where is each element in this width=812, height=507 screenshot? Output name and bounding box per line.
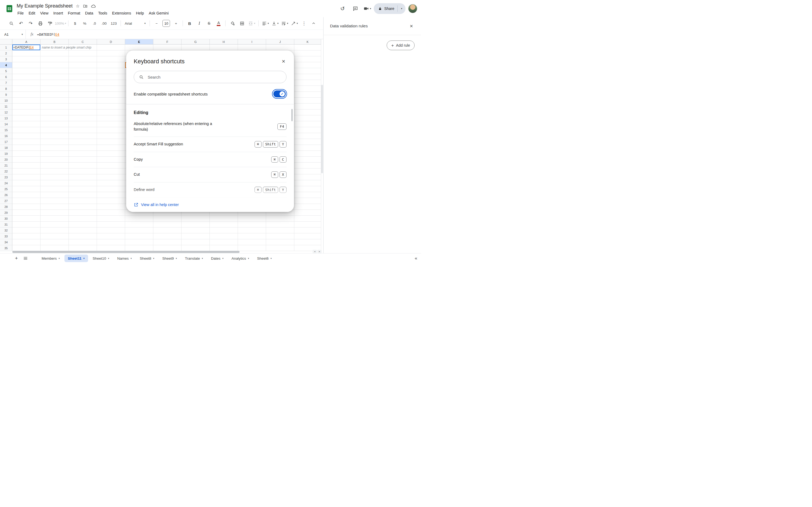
font-family-select[interactable]: Arial▾ — [122, 19, 148, 27]
row-header-4[interactable]: 4 — [0, 62, 12, 68]
cell-C13[interactable] — [69, 115, 97, 121]
row-header-8[interactable]: 8 — [0, 86, 12, 92]
move-folder-icon[interactable] — [83, 4, 88, 8]
cell-F33[interactable] — [153, 233, 182, 239]
cell-D26[interactable] — [97, 192, 125, 198]
col-header-F[interactable]: F — [153, 39, 182, 45]
cell-D33[interactable] — [97, 233, 125, 239]
cell-H34[interactable] — [210, 239, 238, 245]
cell-K19[interactable] — [294, 151, 321, 157]
cell-B5[interactable] — [41, 68, 69, 74]
cell-B13[interactable] — [41, 115, 69, 121]
cell-D34[interactable] — [97, 239, 125, 245]
collapse-panel-icon[interactable]: « — [415, 256, 417, 261]
row-header-28[interactable]: 28 — [0, 204, 12, 210]
col-header-A[interactable]: A — [12, 39, 41, 45]
cell-A8[interactable] — [12, 86, 41, 92]
cell-C34[interactable] — [69, 239, 97, 245]
menu-insert[interactable]: Insert — [51, 10, 65, 16]
cell-F1[interactable] — [153, 45, 182, 50]
cell-D22[interactable] — [97, 168, 125, 174]
cell-C18[interactable] — [69, 145, 97, 151]
cell-B17[interactable] — [41, 139, 69, 145]
cell-B16[interactable] — [41, 133, 69, 139]
cell-H1[interactable] — [210, 45, 238, 50]
cell-A13[interactable] — [12, 115, 41, 121]
cell-B34[interactable] — [41, 239, 69, 245]
cell-B35[interactable] — [41, 245, 69, 251]
cell-C6[interactable] — [69, 74, 97, 80]
row-header-26[interactable]: 26 — [0, 192, 12, 198]
cell-D17[interactable] — [97, 139, 125, 145]
cell-C31[interactable] — [69, 222, 97, 227]
cell-D27[interactable] — [97, 198, 125, 204]
sheet-tab-sheet8[interactable]: Sheet8▾ — [137, 255, 158, 262]
cell-D10[interactable] — [97, 98, 125, 104]
cell-C23[interactable] — [69, 174, 97, 180]
cell-A5[interactable] — [12, 68, 41, 74]
cell-I1[interactable] — [238, 45, 266, 50]
cell-A19[interactable] — [12, 151, 41, 157]
cell-B1[interactable]: name to insert a people smart chip — [41, 45, 69, 50]
cell-H33[interactable] — [210, 233, 238, 239]
italic-button[interactable]: I — [194, 19, 204, 27]
cell-K4[interactable] — [294, 62, 321, 68]
cell-D32[interactable] — [97, 227, 125, 233]
chevron-down-icon[interactable]: ▾ — [270, 257, 271, 260]
comments-icon[interactable] — [350, 3, 361, 14]
decrease-font-size-button[interactable]: − — [152, 19, 161, 27]
cell-C30[interactable] — [69, 216, 97, 222]
cell-E33[interactable] — [125, 233, 153, 239]
sheet-tab-names[interactable]: Names▾ — [114, 255, 135, 262]
cell-B14[interactable] — [41, 121, 69, 127]
row-header-24[interactable]: 24 — [0, 180, 12, 186]
cell-B21[interactable] — [41, 163, 69, 168]
cell-K20[interactable] — [294, 157, 321, 163]
sheet-tab-dates[interactable]: Dates▾ — [208, 255, 227, 262]
cell-B20[interactable] — [41, 157, 69, 163]
cell-D3[interactable] — [97, 56, 125, 62]
cell-E35[interactable] — [125, 245, 153, 251]
merge-cells-icon[interactable]: ▾ — [247, 19, 256, 27]
cell-C3[interactable] — [69, 56, 97, 62]
compatible-shortcuts-toggle[interactable]: ✓ — [272, 89, 287, 99]
cell-H31[interactable] — [210, 222, 238, 227]
document-title[interactable]: My Example Spreadsheet — [17, 3, 72, 9]
menu-edit[interactable]: Edit — [26, 10, 38, 16]
cloud-saved-icon[interactable] — [91, 3, 96, 9]
cell-K25[interactable] — [294, 186, 321, 192]
row-header-17[interactable]: 17 — [0, 139, 12, 145]
cell-H32[interactable] — [210, 227, 238, 233]
cell-C11[interactable] — [69, 104, 97, 109]
cell-D15[interactable] — [97, 127, 125, 133]
cell-D1[interactable] — [97, 45, 125, 50]
sheet-tab-members[interactable]: Members▾ — [38, 255, 63, 262]
cell-B6[interactable] — [41, 74, 69, 80]
cell-B22[interactable] — [41, 168, 69, 174]
cell-D18[interactable] — [97, 145, 125, 151]
cell-K6[interactable] — [294, 74, 321, 80]
cell-B7[interactable] — [41, 80, 69, 86]
increase-decimal-button[interactable]: .00 — [99, 19, 109, 27]
cell-A29[interactable] — [12, 210, 41, 216]
cell-A17[interactable] — [12, 139, 41, 145]
row-header-23[interactable]: 23 — [0, 174, 12, 180]
cell-A23[interactable] — [12, 174, 41, 180]
cell-B28[interactable] — [41, 204, 69, 210]
text-color-button[interactable]: A — [214, 19, 223, 27]
cell-C5[interactable] — [69, 68, 97, 74]
add-rule-button[interactable]: + Add rule — [387, 41, 415, 50]
cell-C29[interactable] — [69, 210, 97, 216]
decrease-decimal-button[interactable]: .0 — [90, 19, 99, 27]
cell-A12[interactable] — [12, 109, 41, 115]
cell-A32[interactable] — [12, 227, 41, 233]
sheets-logo-icon[interactable] — [5, 5, 13, 13]
share-dropdown[interactable]: ▾ — [398, 3, 405, 14]
row-header-11[interactable]: 11 — [0, 104, 12, 109]
font-size-input[interactable]: 10 — [162, 20, 170, 27]
cell-H35[interactable] — [210, 245, 238, 251]
cell-B2[interactable] — [41, 50, 69, 56]
cell-C21[interactable] — [69, 163, 97, 168]
cell-B25[interactable] — [41, 186, 69, 192]
cell-F30[interactable] — [153, 216, 182, 222]
